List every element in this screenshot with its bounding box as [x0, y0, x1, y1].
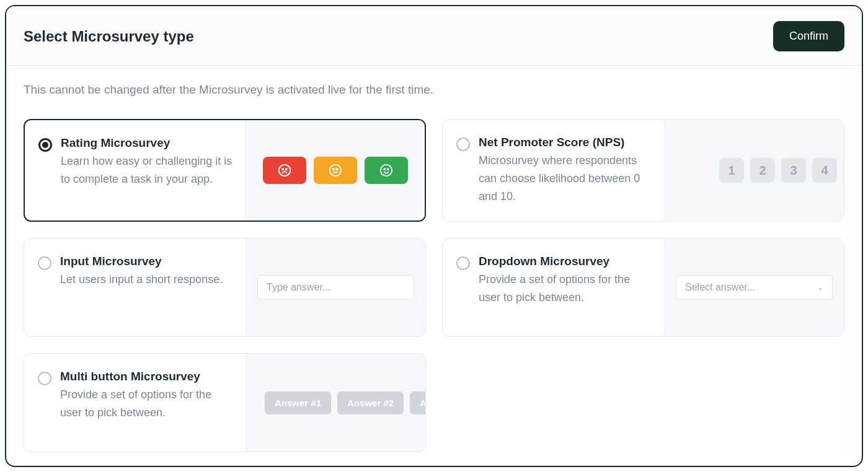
option-input-desc: Let users input a short response.: [60, 271, 223, 289]
svg-point-1: [282, 168, 283, 170]
nps-button-3: 3: [781, 158, 806, 183]
svg-point-10: [387, 168, 388, 170]
option-rating-preview: [245, 120, 425, 221]
option-nps-left: Net Promoter Score (NPS) Microsurvey whe…: [443, 120, 664, 221]
rating-happy-icon: [365, 157, 408, 184]
multi-answer-3: Ans: [410, 391, 425, 414]
option-input[interactable]: Input Microsurvey Let users input a shor…: [24, 238, 426, 337]
option-rating[interactable]: Rating Microsurvey Learn how easy or cha…: [24, 119, 426, 222]
option-rating-desc: Learn how easy or challenging it is to c…: [61, 152, 232, 188]
option-nps-desc: Microsurvey where respondents can choose…: [479, 152, 652, 205]
multi-answer-1: Answer #1: [265, 391, 331, 414]
option-input-title: Input Microsurvey: [60, 255, 223, 268]
nps-button-5: 5: [843, 158, 844, 183]
nps-row: 1 2 3 4 5 6 7: [676, 158, 844, 183]
svg-point-8: [380, 165, 391, 176]
radio-unselected-icon: [38, 372, 51, 385]
select-type-modal: Select Microsurvey type Confirm This can…: [5, 5, 863, 467]
rating-sad-icon: [263, 157, 306, 184]
option-dropdown-title: Dropdown Microsurvey: [479, 255, 652, 268]
option-multi-title: Multi button Microsurvey: [60, 370, 233, 383]
option-nps-title: Net Promoter Score (NPS): [479, 136, 652, 149]
option-multi-desc: Provide a set of options for the user to…: [60, 386, 233, 422]
option-multi-preview: Answer #1 Answer #2 Ans: [246, 354, 425, 452]
page-title: Select Microsurvey type: [24, 28, 194, 45]
chevron-down-icon: ⌄: [817, 283, 823, 292]
warning-text: This cannot be changed after the Microsu…: [24, 83, 844, 97]
svg-point-4: [329, 165, 340, 176]
radio-unselected-icon: [456, 138, 470, 151]
radio-unselected-icon: [456, 256, 470, 270]
option-grid: Rating Microsurvey Learn how easy or cha…: [24, 119, 844, 452]
multi-row: Answer #1 Answer #2 Ans: [257, 391, 414, 414]
nps-button-1: 1: [719, 158, 744, 183]
radio-unselected-icon: [38, 256, 51, 270]
nps-button-4: 4: [812, 158, 837, 183]
input-placeholder: Type answer...: [257, 275, 414, 300]
dropdown-placeholder: Select answer...: [685, 282, 755, 293]
nps-button-2: 2: [750, 158, 775, 183]
modal-body: This cannot be changed after the Microsu…: [6, 66, 862, 467]
option-rating-title: Rating Microsurvey: [61, 136, 232, 150]
svg-point-5: [333, 168, 334, 170]
option-nps[interactable]: Net Promoter Score (NPS) Microsurvey whe…: [442, 119, 844, 222]
option-multi[interactable]: Multi button Microsurvey Provide a set o…: [24, 353, 426, 452]
option-dropdown-desc: Provide a set of options for the user to…: [479, 271, 652, 307]
option-input-preview: Type answer...: [246, 238, 425, 336]
rating-row: [263, 157, 408, 184]
option-rating-left: Rating Microsurvey Learn how easy or cha…: [25, 120, 245, 221]
dropdown-placeholder-box: Select answer... ⌄: [676, 275, 833, 300]
option-dropdown-left: Dropdown Microsurvey Provide a set of op…: [443, 238, 664, 336]
option-multi-left: Multi button Microsurvey Provide a set o…: [24, 354, 246, 452]
option-nps-preview: 1 2 3 4 5 6 7: [664, 120, 844, 221]
svg-point-6: [336, 168, 337, 170]
option-input-left: Input Microsurvey Let users input a shor…: [24, 238, 246, 336]
option-dropdown[interactable]: Dropdown Microsurvey Provide a set of op…: [442, 238, 844, 337]
rating-neutral-icon: [314, 157, 357, 184]
svg-point-9: [384, 168, 385, 170]
multi-answer-2: Answer #2: [337, 391, 404, 414]
svg-point-2: [285, 168, 286, 170]
confirm-button[interactable]: Confirm: [773, 21, 844, 51]
radio-selected-icon: [38, 138, 52, 152]
option-dropdown-preview: Select answer... ⌄: [664, 238, 844, 336]
modal-header: Select Microsurvey type Confirm: [6, 6, 862, 66]
